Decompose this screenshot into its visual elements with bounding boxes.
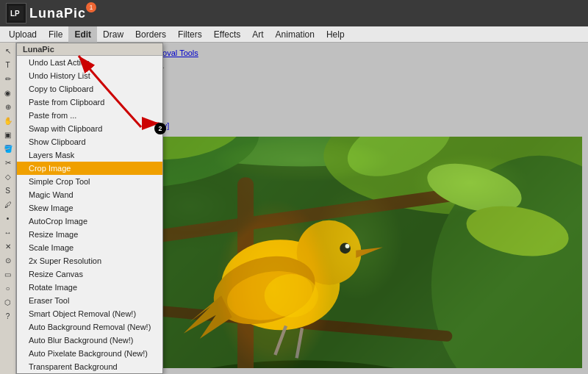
menu-upload[interactable]: Upload <box>3 26 43 43</box>
menu-undo-last[interactable]: Undo Last Action <box>17 56 162 69</box>
left-toolbar: ↖ T ✏ ◉ ⊕ ✋ ▣ 🪣 ✂ ◇ S 🖊 • ↔ ✕ ⊙ ▭ ○ ⬡ ? <box>0 43 16 374</box>
main-layout: ↖ T ✏ ◉ ⊕ ✋ ▣ 🪣 ✂ ◇ S 🖊 • ↔ ✕ ⊙ ▭ ○ ⬡ ? … <box>0 43 588 374</box>
menu-effects[interactable]: Effects <box>208 26 246 43</box>
edit-dropdown: LunaPic Undo Last Action Undo History Li… <box>16 43 163 374</box>
menu-borders[interactable]: Borders <box>129 26 172 43</box>
annotation-badge-2: 2 <box>154 123 166 134</box>
menu-simple-crop[interactable]: Simple Crop Tool <box>17 175 162 188</box>
tool-cross[interactable]: ✕ <box>1 240 15 253</box>
tool-circle[interactable]: ◉ <box>1 86 15 99</box>
tool-bucket[interactable]: 🪣 <box>1 142 15 155</box>
tool-pencil[interactable]: ✏ <box>1 72 15 85</box>
menu-undo-history[interactable]: Undo History List <box>17 69 162 82</box>
menu-scale[interactable]: Scale Image <box>17 241 162 254</box>
tool-select[interactable]: ↖ <box>1 44 15 57</box>
dropdown-header: LunaPic <box>17 43 162 56</box>
menu-resize-canvas[interactable]: Resize Canvas <box>17 267 162 281</box>
menu-file[interactable]: File <box>43 26 68 43</box>
menu-rotate[interactable]: Rotate Image <box>17 281 162 294</box>
tool-scissors[interactable]: ✂ <box>1 156 15 169</box>
menu-bar: Upload File Edit Draw Borders Filters Ef… <box>0 26 588 43</box>
menu-super-resolution[interactable]: 2x Super Resolution <box>17 254 162 267</box>
menu-swap-clipboard[interactable]: Swap with Clipboard <box>17 122 162 135</box>
logo-badge: 1 <box>86 2 96 12</box>
menu-animation[interactable]: Animation <box>270 26 320 43</box>
tool-hand[interactable]: ✋ <box>1 114 15 127</box>
tool-help[interactable]: ? <box>1 309 15 323</box>
svg-point-22 <box>340 242 351 253</box>
menu-resize[interactable]: Resize Image <box>17 228 162 241</box>
tool-diamond[interactable]: ◇ <box>1 170 15 183</box>
tool-move[interactable]: ↔ <box>1 226 15 239</box>
tool-zoom[interactable]: ⊕ <box>1 100 15 113</box>
menu-draw[interactable]: Draw <box>97 26 129 43</box>
menu-show-clipboard[interactable]: Show Clipboard <box>17 135 162 148</box>
menu-smart-removal[interactable]: Smart Object Removal (New!) <box>17 307 162 320</box>
logo-area: LP LunaPic 1 <box>6 3 99 24</box>
menu-filters[interactable]: Filters <box>172 26 208 43</box>
menu-help[interactable]: Help <box>320 26 351 43</box>
menu-paste-clipboard[interactable]: Paste from Clipboard <box>17 96 162 109</box>
tool-fill[interactable]: ▣ <box>1 128 15 141</box>
logo-box: LP <box>6 3 26 24</box>
menu-paste-from[interactable]: Paste from ... <box>17 109 162 122</box>
menu-magic-wand[interactable]: Magic Wand <box>17 188 162 201</box>
menu-copy-clipboard[interactable]: Copy to Clipboard <box>17 82 162 96</box>
menu-art[interactable]: Art <box>246 26 269 43</box>
tool-rect[interactable]: ▭ <box>1 267 15 281</box>
tool-text[interactable]: T <box>1 58 15 71</box>
menu-auto-blur-bg[interactable]: Auto Blur Background (New!) <box>17 334 162 347</box>
menu-layers-mask[interactable]: Layers Mask <box>17 148 162 162</box>
menu-transparent-bg[interactable]: Transparent Background <box>17 360 162 373</box>
tool-lasso[interactable]: ⊙ <box>1 253 15 267</box>
svg-point-28 <box>265 274 318 317</box>
top-bar: LP LunaPic 1 <box>0 0 588 26</box>
menu-auto-pixelate-bg[interactable]: Auto Pixelate Background (New!) <box>17 347 162 360</box>
svg-point-23 <box>345 244 350 248</box>
menu-auto-bg-removal[interactable]: Auto Background Removal (New!) <box>17 320 162 334</box>
menu-edit[interactable]: Edit <box>68 26 97 43</box>
menu-eraser[interactable]: Eraser Tool <box>17 294 162 307</box>
tool-oval[interactable]: ○ <box>1 281 15 295</box>
tool-polygon[interactable]: ⬡ <box>1 295 15 309</box>
svg-text:LP: LP <box>10 10 20 18</box>
menu-autocrop[interactable]: AutoCrop Image <box>17 215 162 228</box>
menu-skew[interactable]: Skew Image <box>17 201 162 215</box>
tool-brush[interactable]: 🖊 <box>1 198 15 211</box>
tool-dot[interactable]: • <box>1 212 15 225</box>
tool-stamp[interactable]: S <box>1 184 15 197</box>
logo-text: LunaPic <box>29 6 86 21</box>
menu-crop-image[interactable]: Crop Image <box>17 162 162 175</box>
